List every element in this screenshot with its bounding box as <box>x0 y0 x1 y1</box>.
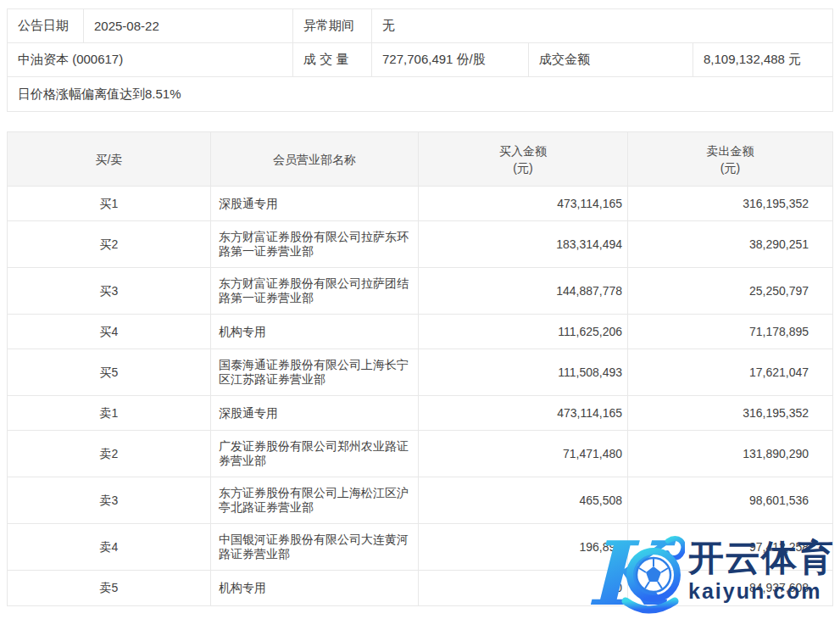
table-row: 买1 深股通专用 473,114,165 316,195,352 <box>8 187 832 221</box>
row-buy-amount: 111,508,493 <box>419 349 628 395</box>
summary-row-1: 公告日期 2025-08-22 异常期间 无 <box>8 9 832 43</box>
volume-value: 727,706,491 份/股 <box>372 43 529 76</box>
row-buy-amount: 144,887,778 <box>419 268 628 314</box>
abnormal-period-value: 无 <box>372 9 832 42</box>
row-buy-amount: 465,508 <box>419 477 628 523</box>
table-row: 买2 东方财富证券股份有限公司拉萨东环路第一证券营业部 183,314,494 … <box>8 221 832 268</box>
summary-table: 公告日期 2025-08-22 异常期间 无 中油资本 (000617) 成 交… <box>7 8 833 112</box>
row-broker-name: 深股通专用 <box>211 396 419 430</box>
row-side-rank: 买3 <box>8 268 211 314</box>
header-sell-amount-unit: (元) <box>720 159 740 176</box>
table-row: 卖3 东方证券股份有限公司上海松江区沪亭北路证券营业部 465,508 98,6… <box>8 477 832 524</box>
row-side-rank: 买5 <box>8 349 211 395</box>
row-sell-amount: 316,195,352 <box>628 187 832 220</box>
row-buy-amount: 111,625,206 <box>419 315 628 349</box>
row-sell-amount: 84,937,608 <box>628 571 832 605</box>
header-broker-name: 会员营业部名称 <box>211 132 419 186</box>
row-sell-amount: 38,290,251 <box>628 221 832 267</box>
row-buy-amount: 473,114,165 <box>419 396 628 430</box>
row-sell-amount: 131,890,290 <box>628 431 832 477</box>
header-buy-amount-label: 买入金额 <box>499 142 547 159</box>
row-sell-amount: 98,601,536 <box>628 477 832 523</box>
row-side-rank: 卖2 <box>8 431 211 477</box>
row-broker-name: 中国银河证券股份有限公司大连黄河路证券营业部 <box>211 524 419 570</box>
stock-name: 中油资本 (000617) <box>8 43 293 76</box>
table-row: 买5 国泰海通证券股份有限公司上海长宁区江苏路证券营业部 111,508,493… <box>8 349 832 396</box>
header-buy-amount: 买入金额 (元) <box>419 132 628 186</box>
row-sell-amount: 316,195,352 <box>628 396 832 430</box>
announce-date-label: 公告日期 <box>8 9 84 42</box>
row-buy-amount: 71,471,480 <box>419 431 628 477</box>
row-buy-amount: 183,314,494 <box>419 221 628 267</box>
volume-label: 成 交 量 <box>293 43 372 76</box>
table-row: 卖2 广发证券股份有限公司郑州农业路证券营业部 71,471,480 131,8… <box>8 431 832 477</box>
row-side-rank: 买4 <box>8 315 211 349</box>
table-row: 卖4 中国银河证券股份有限公司大连黄河路证券营业部 196,897 97,412… <box>8 524 832 571</box>
summary-row-2: 中油资本 (000617) 成 交 量 727,706,491 份/股 成交金额… <box>8 43 832 77</box>
header-buy-amount-unit: (元) <box>513 159 532 176</box>
row-broker-name: 深股通专用 <box>211 187 419 220</box>
deviation-note: 日价格涨幅偏离值达到8.51% <box>8 77 832 111</box>
row-side-rank: 卖4 <box>8 524 211 570</box>
table-row: 买3 东方财富证券股份有限公司拉萨团结路第一证券营业部 144,887,778 … <box>8 268 832 315</box>
row-sell-amount: 71,178,895 <box>628 315 832 349</box>
table-header: 买/卖 会员营业部名称 买入金额 (元) 卖出金额 (元) <box>8 132 832 187</box>
header-sell-amount: 卖出金额 (元) <box>628 132 832 186</box>
row-side-rank: 卖3 <box>8 477 211 523</box>
table-row: 买4 机构专用 111,625,206 71,178,895 <box>8 315 832 349</box>
row-side-rank: 买2 <box>8 221 211 267</box>
row-sell-amount: 17,621,047 <box>628 349 832 395</box>
row-broker-name: 东方财富证券股份有限公司拉萨东环路第一证券营业部 <box>211 221 419 267</box>
row-broker-name: 机构专用 <box>211 315 419 349</box>
row-side-rank: 卖5 <box>8 571 211 605</box>
row-broker-name: 国泰海通证券股份有限公司上海长宁区江苏路证券营业部 <box>211 349 419 395</box>
turnover-label: 成交金额 <box>529 43 693 76</box>
header-broker-label: 会员营业部名称 <box>273 151 356 168</box>
table-row: 卖1 深股通专用 473,114,165 316,195,352 <box>8 396 832 431</box>
turnover-value: 8,109,132,488 元 <box>693 43 832 76</box>
header-sell-amount-label: 卖出金额 <box>707 142 754 159</box>
table-body: 买1 深股通专用 473,114,165 316,195,352 买2 东方财富… <box>8 187 832 605</box>
row-side-rank: 买1 <box>8 187 211 220</box>
abnormal-period-label: 异常期间 <box>293 9 372 42</box>
row-broker-name: 东方财富证券股份有限公司拉萨团结路第一证券营业部 <box>211 268 419 314</box>
row-broker-name: 东方证券股份有限公司上海松江区沪亭北路证券营业部 <box>211 477 419 523</box>
row-buy-amount: 473,114,165 <box>419 187 628 220</box>
summary-row-3: 日价格涨幅偏离值达到8.51% <box>8 77 832 111</box>
table-row: 卖5 机构专用 0 84,937,608 <box>8 571 832 605</box>
row-broker-name: 广发证券股份有限公司郑州农业路证券营业部 <box>211 431 419 477</box>
header-buy-sell-label: 买/卖 <box>96 151 123 168</box>
header-buy-sell: 买/卖 <box>8 132 211 186</box>
trading-table: 买/卖 会员营业部名称 买入金额 (元) 卖出金额 (元) 买1 深股通专用 4… <box>7 131 833 606</box>
row-buy-amount: 0 <box>419 571 628 605</box>
announce-date-value: 2025-08-22 <box>84 9 293 42</box>
row-buy-amount: 196,897 <box>419 524 628 570</box>
row-sell-amount: 97,412,258 <box>628 524 832 570</box>
row-broker-name: 机构专用 <box>211 571 419 605</box>
row-side-rank: 卖1 <box>8 396 211 430</box>
row-sell-amount: 25,250,797 <box>628 268 832 314</box>
